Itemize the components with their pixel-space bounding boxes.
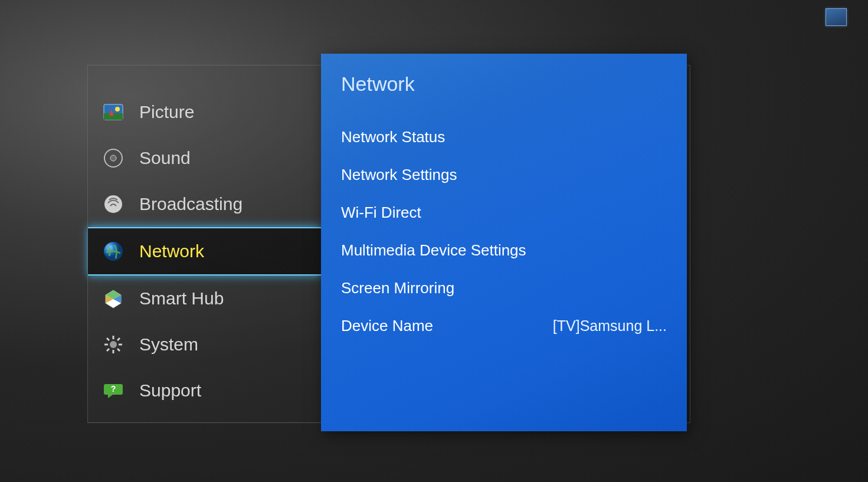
panel-item-label: Network Settings (341, 166, 457, 184)
settings-sidebar: Picture Sound Broadcasting (88, 65, 321, 446)
sidebar-item-label: Sound (139, 148, 191, 168)
sound-icon (103, 147, 124, 169)
broadcasting-icon (103, 194, 124, 215)
sidebar-item-label: Support (139, 381, 201, 401)
panel-item-network-settings[interactable]: Network Settings (341, 156, 667, 194)
smart-hub-icon (103, 288, 124, 309)
picture-icon (103, 101, 124, 123)
sidebar-item-broadcasting[interactable]: Broadcasting (88, 181, 321, 227)
panel-item-network-status[interactable]: Network Status (341, 118, 667, 156)
sidebar-item-smart-hub[interactable]: Smart Hub (88, 276, 321, 322)
svg-line-16 (107, 338, 109, 340)
svg-point-2 (115, 107, 120, 112)
panel-item-value: [TV]Samsung L... (553, 317, 667, 335)
panel-item-label: Multimedia Device Settings (341, 241, 526, 260)
sidebar-item-picture[interactable]: Picture (88, 89, 321, 135)
svg-line-17 (117, 349, 120, 351)
panel-item-screen-mirroring[interactable]: Screen Mirroring (341, 269, 667, 307)
panel-item-label: Screen Mirroring (341, 279, 454, 297)
panel-item-device-name[interactable]: Device Name [TV]Samsung L... (341, 307, 667, 345)
sidebar-item-network[interactable]: Network (88, 227, 321, 276)
system-icon (103, 334, 124, 355)
sidebar-item-label: Broadcasting (139, 194, 243, 214)
panel-item-label: Device Name (341, 317, 433, 335)
sidebar-item-sound[interactable]: Sound (88, 135, 321, 181)
svg-point-11 (110, 341, 117, 348)
sidebar-item-label: Picture (139, 102, 194, 122)
support-icon: ? (103, 380, 124, 401)
network-panel: Network Network Status Network Settings … (321, 54, 687, 431)
panel-item-label: Wi-Fi Direct (341, 204, 421, 222)
sidebar-item-label: Smart Hub (139, 288, 224, 309)
panel-title: Network (341, 73, 667, 96)
sidebar-item-support[interactable]: ? Support (88, 368, 321, 414)
sidebar-item-label: System (139, 335, 198, 355)
network-icon (103, 241, 124, 262)
svg-line-18 (117, 338, 120, 340)
panel-item-label: Network Status (341, 128, 445, 146)
panel-item-wifi-direct[interactable]: Wi-Fi Direct (341, 194, 667, 231)
source-thumbnail (826, 8, 847, 26)
settings-window: Picture Sound Broadcasting (87, 65, 690, 423)
svg-text:?: ? (111, 384, 116, 394)
panel-item-multimedia-device-settings[interactable]: Multimedia Device Settings (341, 231, 667, 269)
svg-point-4 (110, 155, 116, 161)
sidebar-item-system[interactable]: System (88, 322, 321, 368)
sidebar-item-label: Network (139, 241, 204, 261)
svg-line-19 (107, 349, 109, 351)
